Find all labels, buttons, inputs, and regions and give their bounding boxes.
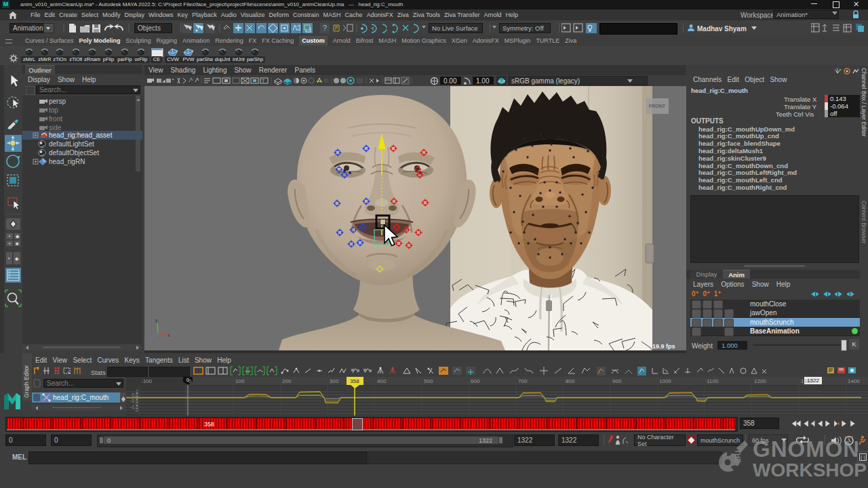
svg-text:?: ?	[323, 24, 327, 32]
svg-text:THE: THE	[734, 449, 741, 463]
svg-text:front: front	[49, 115, 62, 123]
svg-text:+: +	[8, 241, 11, 246]
svg-text:persp: persp	[49, 98, 66, 105]
svg-text:◆: ◆	[15, 256, 19, 261]
svg-text:defaultObjectSet: defaultObjectSet	[49, 149, 99, 157]
svg-text:head_rigRN: head_rigRN	[49, 158, 85, 165]
svg-text:T: T	[262, 79, 265, 83]
svg-text:◢: ◢	[162, 79, 165, 83]
svg-text:■: ■	[16, 241, 18, 246]
svg-text:top: top	[49, 106, 58, 114]
svg-text:WORKSHOP: WORKSHOP	[753, 460, 867, 481]
svg-text:◆: ◆	[16, 234, 20, 239]
svg-text:x: x	[167, 333, 170, 338]
svg-text:side: side	[49, 124, 62, 131]
svg-text:19.9 fps: 19.9 fps	[652, 343, 675, 350]
svg-text:head_rig:head_asset: head_rig:head_asset	[49, 131, 113, 139]
svg-text:+: +	[8, 234, 11, 239]
svg-text:GNOMON: GNOMON	[753, 436, 860, 462]
svg-text:+: +	[7, 256, 10, 261]
svg-text:FRONT: FRONT	[649, 104, 666, 108]
svg-text:defaultLightSet: defaultLightSet	[49, 140, 94, 148]
svg-text:y: y	[155, 318, 158, 323]
svg-text:358: 358	[350, 378, 359, 384]
svg-text:sRGB: sRGB	[498, 80, 505, 83]
